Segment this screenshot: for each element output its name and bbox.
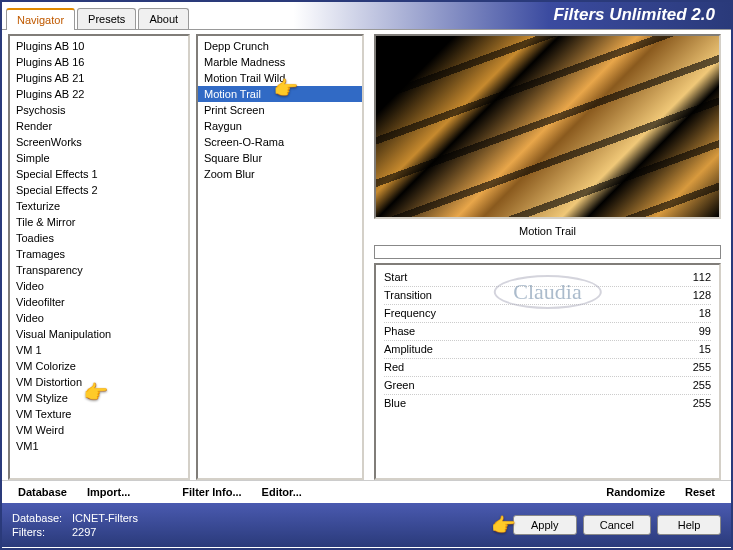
- help-button[interactable]: Help: [657, 515, 721, 535]
- filter-item[interactable]: Marble Madness: [198, 54, 362, 70]
- filters-value: 2297: [72, 526, 96, 538]
- param-value: 255: [693, 396, 711, 411]
- tab-navigator[interactable]: Navigator: [6, 8, 75, 30]
- category-item[interactable]: VM Stylize👈: [10, 390, 188, 406]
- category-item[interactable]: Special Effects 1: [10, 166, 188, 182]
- filter-list[interactable]: Depp CrunchMarble MadnessMotion Trail Wi…: [196, 34, 364, 480]
- progress-bar: [374, 245, 721, 259]
- header: NavigatorPresetsAbout Filters Unlimited …: [2, 2, 731, 30]
- param-row[interactable]: Phase99: [384, 323, 711, 341]
- param-value: 128: [693, 288, 711, 303]
- filter-item[interactable]: Square Blur: [198, 150, 362, 166]
- param-name: Transition: [384, 288, 432, 303]
- brand-title: Filters Unlimited 2.0: [553, 2, 731, 29]
- param-name: Amplitude: [384, 342, 433, 357]
- category-item[interactable]: Texturize: [10, 198, 188, 214]
- params-panel[interactable]: Claudia Start112Transition128Frequency18…: [374, 263, 721, 480]
- database-button[interactable]: Database: [12, 484, 73, 500]
- apply-button[interactable]: Apply: [513, 515, 577, 535]
- category-item[interactable]: Tramages: [10, 246, 188, 262]
- filter-info-button[interactable]: Filter Info...: [176, 484, 247, 500]
- param-value: 255: [693, 360, 711, 375]
- category-item[interactable]: ScreenWorks: [10, 134, 188, 150]
- category-item[interactable]: Video: [10, 278, 188, 294]
- filter-item[interactable]: Raygun: [198, 118, 362, 134]
- editor-button[interactable]: Editor...: [256, 484, 308, 500]
- category-item[interactable]: VM Colorize: [10, 358, 188, 374]
- category-item[interactable]: Psychosis: [10, 102, 188, 118]
- category-item[interactable]: VM 1: [10, 342, 188, 358]
- category-item[interactable]: VM Weird: [10, 422, 188, 438]
- param-name: Phase: [384, 324, 415, 339]
- param-name: Red: [384, 360, 404, 375]
- param-name: Green: [384, 378, 415, 393]
- status-bar: Database:ICNET-Filters Filters:2297 👉 Ap…: [2, 503, 731, 547]
- import-button[interactable]: Import...: [81, 484, 136, 500]
- category-item[interactable]: Transparency: [10, 262, 188, 278]
- category-item[interactable]: VM1: [10, 438, 188, 454]
- param-value: 18: [699, 306, 711, 321]
- category-item[interactable]: Plugins AB 21: [10, 70, 188, 86]
- toolbar: Database Import... Filter Info... Editor…: [2, 480, 731, 503]
- preview-column: Motion Trail Claudia Start112Transition1…: [370, 34, 725, 480]
- param-value: 99: [699, 324, 711, 339]
- category-item[interactable]: VM Distortion: [10, 374, 188, 390]
- button-row: 👉 Apply Cancel Help: [513, 515, 721, 535]
- param-row[interactable]: Green255: [384, 377, 711, 395]
- category-item[interactable]: Plugins AB 22: [10, 86, 188, 102]
- param-row[interactable]: Frequency18: [384, 305, 711, 323]
- category-item[interactable]: Visual Manipulation: [10, 326, 188, 342]
- param-row[interactable]: Transition128: [384, 287, 711, 305]
- filter-item[interactable]: Depp Crunch: [198, 38, 362, 54]
- database-label: Database:: [12, 511, 72, 525]
- param-row[interactable]: Red255: [384, 359, 711, 377]
- param-name: Frequency: [384, 306, 436, 321]
- category-item[interactable]: Render: [10, 118, 188, 134]
- preview-label: Motion Trail: [374, 223, 721, 241]
- tab-presets[interactable]: Presets: [77, 8, 136, 29]
- randomize-button[interactable]: Randomize: [600, 484, 671, 500]
- tab-about[interactable]: About: [138, 8, 189, 29]
- category-item[interactable]: Videofilter: [10, 294, 188, 310]
- database-value: ICNET-Filters: [72, 512, 138, 524]
- param-value: 112: [693, 270, 711, 285]
- filter-item[interactable]: Print Screen: [198, 102, 362, 118]
- db-info: Database:ICNET-Filters Filters:2297: [12, 511, 138, 539]
- param-value: 15: [699, 342, 711, 357]
- category-item[interactable]: Toadies: [10, 230, 188, 246]
- filter-item[interactable]: Zoom Blur: [198, 166, 362, 182]
- param-row[interactable]: Start112: [384, 269, 711, 287]
- param-name: Start: [384, 270, 407, 285]
- category-list[interactable]: Plugins AB 10Plugins AB 16Plugins AB 21P…: [8, 34, 190, 480]
- cancel-button[interactable]: Cancel: [583, 515, 651, 535]
- category-item[interactable]: VM Texture: [10, 406, 188, 422]
- filter-item[interactable]: Motion Trail Wild: [198, 70, 362, 86]
- tabs: NavigatorPresetsAbout: [2, 2, 191, 29]
- reset-button[interactable]: Reset: [679, 484, 721, 500]
- param-value: 255: [693, 378, 711, 393]
- param-row[interactable]: Blue255: [384, 395, 711, 412]
- category-item[interactable]: Tile & Mirror: [10, 214, 188, 230]
- filter-item[interactable]: Screen-O-Rama: [198, 134, 362, 150]
- param-name: Blue: [384, 396, 406, 411]
- preview-image: [374, 34, 721, 219]
- category-item[interactable]: Plugins AB 10: [10, 38, 188, 54]
- main: Plugins AB 10Plugins AB 16Plugins AB 21P…: [2, 30, 731, 480]
- category-item[interactable]: Special Effects 2: [10, 182, 188, 198]
- category-item[interactable]: Video: [10, 310, 188, 326]
- filters-label: Filters:: [12, 525, 72, 539]
- filter-item[interactable]: Motion Trail👈: [198, 86, 362, 102]
- category-item[interactable]: Plugins AB 16: [10, 54, 188, 70]
- category-item[interactable]: Simple: [10, 150, 188, 166]
- param-row[interactable]: Amplitude15: [384, 341, 711, 359]
